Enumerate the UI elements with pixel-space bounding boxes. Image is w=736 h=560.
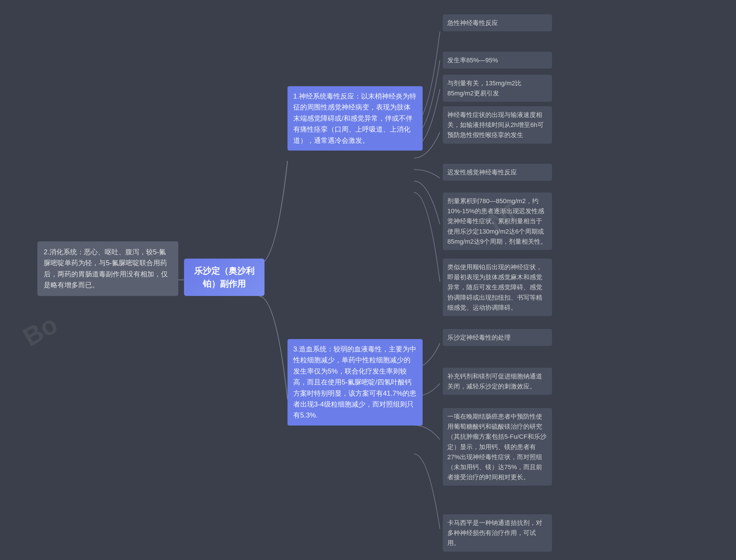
left-node: 2.消化系统：恶心、呕吐、腹泻，较5-氟脲嘧啶单药为轻，与5-氟脲嘧啶联合用药后… [37, 241, 178, 296]
l2-label-0: 急性神经毒性反应 [447, 19, 498, 26]
right-l1-node-1: 1.神经系统毒性反应：以末梢神经炎为特征的周围性感觉神经病变，表现为肢体末端感觉… [287, 86, 423, 151]
l2-label-3: 神经毒性症状的出现与输液速度相关，如输液持续时间从2h增至6h可预防急性假性喉痉… [447, 111, 544, 138]
l2-label-2: 与剂量有关，135mg/m2比85mg/m2更易引发 [447, 80, 522, 97]
l2-label-6: 类似使用顺铂后出现的神经症状，即最初表现为肢体感觉麻木和感觉异常，随后可发生感觉… [447, 263, 542, 311]
l2-label-1: 发生率85%—95% [447, 57, 498, 64]
right-l2-node-3: 神经毒性症状的出现与输液速度相关，如输液持续时间从2h增至6h可预防急性假性喉痉… [443, 106, 552, 144]
l2-label-8: 补充钙剂和镁剂可促进细胞钠通道关闭，减轻乐沙定的刺激效应。 [447, 373, 542, 390]
right-l1-node-2: 3.造血系统：较弱的血液毒性，主要为中性粒细胞减少，单药中性粒细胞减少的发生率仅… [287, 339, 423, 426]
l2-label-4: 迟发性感觉神经毒性反应 [447, 169, 517, 176]
right-l2-node-7: 乐沙定神经毒性的处理 [443, 329, 552, 346]
l2-label-9: 一项在晚期结肠癌患者中预防性使用葡萄糖酸钙和硫酸镁治疗的研究（其抗肿瘤方案包括5… [447, 413, 547, 481]
right-l2-node-0: 急性神经毒性反应 [443, 14, 552, 31]
right-l2-node-10: 卡马西平是一种钠通道拮抗剂，对多种神经损伤有治疗作用，可试用。 [443, 514, 552, 552]
mindmap-container: 乐沙定（奥沙利铂）副作用 2.消化系统：恶心、呕吐、腹泻，较5-氟脲嘧啶单药为轻… [0, 0, 736, 560]
right-l2-node-5: 剂量累积到780—850mg/m2，约10%-15%的患者逐渐出现迟发性感觉神经… [443, 193, 552, 250]
l2-label-7: 乐沙定神经毒性的处理 [447, 334, 511, 341]
right-l2-node-2: 与剂量有关，135mg/m2比85mg/m2更易引发 [443, 75, 552, 102]
right-l2-node-4: 迟发性感觉神经毒性反应 [443, 164, 552, 181]
right-l2-node-1: 发生率85%—95% [443, 52, 552, 69]
right-l2-node-6: 类似使用顺铂后出现的神经症状，即最初表现为肢体感觉麻木和感觉异常，随后可发生感觉… [443, 259, 552, 316]
left-label: 2.消化系统：恶心、呕吐、腹泻，较5-氟脲嘧啶单药为轻，与5-氟脲嘧啶联合用药后… [44, 248, 168, 289]
right-l1-label-2: 3.造血系统：较弱的血液毒性，主要为中性粒细胞减少，单药中性粒细胞减少的发生率仅… [293, 345, 416, 419]
l2-label-10: 卡马西平是一种钠通道拮抗剂，对多种神经损伤有治疗作用，可试用。 [447, 519, 542, 546]
right-l2-node-9: 一项在晚期结肠癌患者中预防性使用葡萄糖酸钙和硫酸镁治疗的研究（其抗肿瘤方案包括5… [443, 408, 552, 486]
central-node: 乐沙定（奥沙利铂）副作用 [184, 259, 264, 296]
right-l1-label-1: 1.神经系统毒性反应：以末梢神经炎为特征的周围性感觉神经病变，表现为肢体末端感觉… [293, 92, 416, 144]
l2-label-5: 剂量累积到780—850mg/m2，约10%-15%的患者逐渐出现迟发性感觉神经… [447, 197, 547, 245]
right-l2-node-8: 补充钙剂和镁剂可促进细胞钠通道关闭，减轻乐沙定的刺激效应。 [443, 368, 552, 395]
watermark-bo: Bo [18, 309, 62, 352]
central-label: 乐沙定（奥沙利铂）副作用 [194, 266, 254, 288]
